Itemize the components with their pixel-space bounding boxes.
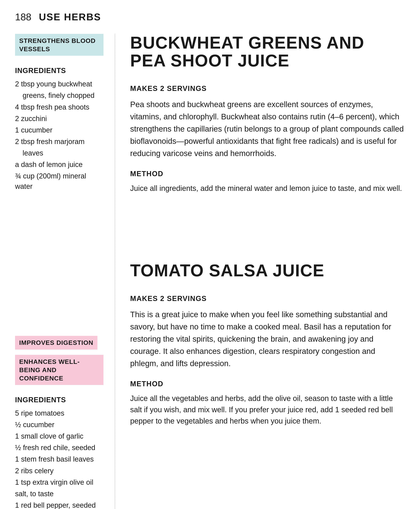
ingredient-item: 2 ribs celery: [15, 466, 104, 476]
recipe-2-description: This is a great juice to make when you f…: [130, 308, 405, 370]
recipe-2-servings: MAKES 2 SERVINGS: [130, 295, 405, 303]
recipe-2-method-label: METHOD: [130, 380, 405, 388]
benefit-tag-2a: IMPROVES DIGESTION: [15, 336, 98, 349]
recipe-1-description: Pea shoots and buckwheat greens are exce…: [130, 98, 405, 159]
ingredients-list-2: 5 ripe tomatoes ½ cucumber 1 small clove…: [15, 408, 104, 509]
benefit-tag-1: STRENGTHENS BLOOD VESSELS: [15, 34, 104, 56]
recipe-2-section: TOMATO SALSA JUICE MAKES 2 SERVINGS This…: [130, 262, 405, 427]
ingredients-label-1: INGREDIENTS: [15, 67, 104, 75]
ingredient-item: 1 cucumber: [15, 125, 104, 135]
ingredient-item: a dash of lemon juice: [15, 159, 104, 170]
section-title: USE HERBS: [39, 11, 101, 23]
sidebar-recipe-1: STRENGTHENS BLOOD VESSELS INGREDIENTS 2 …: [15, 34, 104, 193]
page-container: 188 USE HERBS STRENGTHENS BLOOD VESSELS …: [0, 0, 420, 509]
ingredient-item: 1 tsp extra virgin olive oil: [15, 477, 104, 487]
ingredient-item: salt, to taste: [15, 489, 104, 499]
ingredient-item: 1 stem fresh basil leaves: [15, 454, 104, 464]
sidebar: STRENGTHENS BLOOD VESSELS INGREDIENTS 2 …: [15, 34, 115, 509]
ingredient-item: greens, finely chopped: [15, 90, 104, 101]
ingredient-item: 5 ripe tomatoes: [15, 408, 104, 418]
ingredient-item: ¾ cup (200ml) mineral water: [15, 171, 104, 192]
page-header: 188 USE HERBS: [15, 11, 405, 23]
ingredient-item: 2 tbsp young buckwheat: [15, 79, 104, 89]
ingredient-item: 1 small clove of garlic: [15, 431, 104, 441]
recipe-1-section: BUCKWHEAT GREENS ANDPEA SHOOT JUICE MAKE…: [130, 34, 405, 194]
sidebar-recipe-2: IMPROVES DIGESTION ENHANCES WELL-BEING A…: [15, 336, 104, 509]
ingredients-list-1: 2 tbsp young buckwheat greens, finely ch…: [15, 79, 104, 192]
recipe-1-title: BUCKWHEAT GREENS ANDPEA SHOOT JUICE: [130, 34, 405, 75]
recipe-1-servings: MAKES 2 SERVINGS: [130, 85, 405, 93]
recipe-2-title: TOMATO SALSA JUICE: [130, 262, 405, 285]
recipe-1-method-text: Juice all ingredients, add the mineral w…: [130, 183, 405, 194]
ingredient-item: 2 tbsp fresh marjoram: [15, 137, 104, 147]
main-content: STRENGTHENS BLOOD VESSELS INGREDIENTS 2 …: [15, 34, 405, 509]
ingredients-label-2: INGREDIENTS: [15, 396, 104, 404]
ingredient-item: ½ fresh red chile, seeded: [15, 443, 104, 453]
recipe-2-method-text: Juice all the vegetables and herbs, add …: [130, 393, 405, 427]
recipe-1-method-label: METHOD: [130, 170, 405, 178]
ingredient-item: 2 zucchini: [15, 114, 104, 124]
benefit-tag-2b: ENHANCES WELL-BEING AND CONFIDENCE: [15, 355, 104, 385]
ingredient-item: leaves: [15, 148, 104, 158]
ingredient-item: ½ cucumber: [15, 420, 104, 430]
ingredient-item: 4 tbsp fresh pea shoots: [15, 102, 104, 112]
ingredient-item: 1 red bell pepper, seeded: [15, 500, 104, 509]
recipe-spacer: [130, 213, 405, 262]
page-number: 188: [15, 11, 31, 23]
content-area: BUCKWHEAT GREENS ANDPEA SHOOT JUICE MAKE…: [115, 34, 405, 509]
